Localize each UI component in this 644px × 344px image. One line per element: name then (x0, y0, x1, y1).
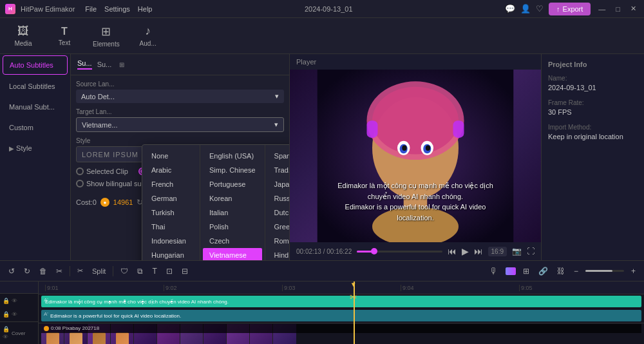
lang-arabic[interactable]: Arabic (142, 163, 200, 177)
unlink-icon[interactable]: ⛓ (555, 267, 567, 276)
dropdown-col-2: English (USA) Simp. Chinese Portuguese K… (200, 145, 265, 260)
lang-none[interactable]: None (142, 149, 200, 163)
toolbar-media[interactable]: 🖼 Media (10, 24, 36, 47)
dropdown-col-1: None Arabic French German Turkish Thai I… (142, 145, 200, 260)
lang-italian[interactable]: Italian (200, 205, 265, 220)
chat-icon[interactable]: 💬 (505, 4, 515, 14)
text-tl-icon[interactable]: T (150, 267, 158, 276)
zoom-out-icon[interactable]: − (572, 267, 580, 276)
panel-tab-1[interactable]: Su... (77, 59, 92, 70)
track-1-eye[interactable]: 👁 (12, 298, 17, 304)
lang-russian[interactable]: Russian (265, 191, 290, 205)
subtitle-overlay: Edimakor là một công cụ mạnh mẽ cho việc… (290, 180, 541, 223)
close-button[interactable]: ✕ (628, 5, 639, 13)
minimize-button[interactable]: — (596, 5, 608, 13)
user-icon[interactable]: 👤 (520, 4, 531, 14)
split-button[interactable]: Split (90, 267, 108, 275)
lang-greek[interactable]: Greek (265, 220, 290, 234)
sidebar-item-custom[interactable]: Custom (3, 119, 68, 137)
sidebar-item-manual-subt[interactable]: Manual Subt... (3, 98, 68, 116)
audio-fx-icon[interactable] (506, 267, 516, 275)
source-lang-field: Source Lan... Auto Det... ▾ (76, 81, 284, 103)
heart-icon[interactable]: ♡ (536, 4, 544, 14)
sidebar-item-style[interactable]: ▶ Style (3, 139, 68, 157)
track-1-lock[interactable]: 🔒 (3, 298, 10, 304)
track-2-lock[interactable]: 🔒 (3, 311, 10, 318)
lang-japanese[interactable]: Japanese (265, 177, 290, 191)
lang-french[interactable]: French (142, 177, 200, 191)
lang-english-usa[interactable]: English (USA) (200, 149, 265, 163)
timeline-ruler: 9:01 9:02 9:03 9:04 9:05 (39, 282, 644, 294)
language-dropdown: None Arabic French German Turkish Thai I… (142, 144, 290, 260)
lang-dutch[interactable]: Dutch (265, 205, 290, 220)
lang-thai[interactable]: Thai (142, 220, 200, 234)
prev-button[interactable]: ⏮ (448, 246, 457, 256)
toolbar-text[interactable]: T Text (52, 26, 77, 46)
titlebar: H HitPaw Edimakor File Settings Help 202… (0, 0, 644, 18)
next-button[interactable]: ⏭ (474, 246, 483, 256)
lang-portuguese[interactable]: Portuguese (200, 177, 265, 191)
track-2-eye[interactable]: 👁 (12, 311, 17, 318)
lang-czech[interactable]: Czech (200, 234, 265, 248)
layers-icon[interactable]: ⊟ (180, 267, 190, 276)
progress-bar[interactable] (357, 251, 442, 253)
subtitle-type-icon-2: A' (44, 311, 48, 317)
subtitle-clip-2[interactable]: Edimakor is a powerful tool for quick AI… (41, 310, 641, 321)
subtitle-clip-1[interactable]: Edimakor là một công cụ mạnh mẽ cho việc… (41, 296, 641, 307)
video-label-bar: 0:08 Pixabay 202718 (41, 324, 641, 333)
lang-turkish[interactable]: Turkish (142, 205, 200, 220)
lang-korean[interactable]: Korean (200, 191, 265, 205)
lang-trad-chinese[interactable]: Trad. Chinese (265, 163, 290, 177)
video-track[interactable]: 0:08 Pixabay 202718 (41, 324, 641, 345)
source-lang-label: Source Lan... (76, 81, 284, 88)
player-header: Player (290, 54, 541, 70)
lang-polish[interactable]: Polish (200, 220, 265, 234)
video-eye[interactable]: 👁 (3, 334, 10, 340)
ruler-mark-3: 9:03 (282, 285, 401, 291)
lang-spanish[interactable]: Spanish (265, 149, 290, 163)
camera-icon[interactable]: 📷 (512, 247, 522, 256)
link-icon[interactable]: 🔗 (536, 267, 550, 276)
copy-icon[interactable]: ⧉ (135, 267, 145, 276)
play-button[interactable]: ▶ (462, 246, 469, 256)
svg-point-11 (426, 146, 430, 151)
svg-rect-5 (453, 120, 464, 138)
redo-button[interactable]: ↻ (22, 267, 32, 276)
lang-hindi[interactable]: Hindi (265, 248, 290, 260)
menu-file[interactable]: File (85, 5, 97, 13)
ratio-button[interactable]: 16:9 (488, 247, 507, 256)
toolbar-elements[interactable]: ⊞ Elements (93, 24, 120, 48)
lang-indonesian[interactable]: Indonesian (142, 234, 200, 248)
video-lock[interactable]: 🔒 (3, 326, 10, 332)
media-icon: 🖼 (17, 24, 29, 38)
delete-button[interactable]: 🗑 (37, 267, 49, 276)
toolbar-audio[interactable]: ♪ Aud... (135, 24, 161, 47)
zoom-in-icon[interactable]: + (629, 267, 638, 276)
transition-icon[interactable]: ⊞ (521, 267, 531, 276)
lang-hungarian[interactable]: Hungarian (142, 248, 200, 260)
menu-help[interactable]: Help (138, 5, 153, 13)
lang-vietnamese[interactable]: Vietnamese (203, 248, 262, 260)
export-button[interactable]: ↑ Export (549, 3, 591, 15)
source-lang-value[interactable]: Auto Det... ▾ (76, 90, 284, 103)
target-lang-value[interactable]: Vietname... ▾ (76, 117, 284, 132)
panel-tab-2[interactable]: Su... (97, 61, 112, 68)
shield-icon[interactable]: 🛡 (118, 267, 130, 276)
detach-button[interactable]: ✂ (54, 267, 64, 276)
zoom-slider[interactable] (585, 270, 624, 272)
undo-button[interactable]: ↺ (6, 267, 17, 276)
maximize-button[interactable]: □ (613, 5, 623, 13)
lang-german[interactable]: German (142, 191, 200, 205)
sidebar-item-auto-subtitles[interactable]: Auto Subtitles (3, 55, 68, 75)
lang-simp-chinese[interactable]: Simp. Chinese (200, 163, 265, 177)
divider-1 (70, 266, 70, 276)
app-logo: H (5, 4, 15, 14)
radio-selected-clip[interactable]: Selected Clip (76, 167, 128, 175)
lang-romanian[interactable]: Romanian (265, 234, 290, 248)
mic-icon[interactable]: 🎙 (488, 266, 500, 276)
menu-settings[interactable]: Settings (104, 5, 130, 13)
sidebar-item-local-subtitles[interactable]: Local Subtitles (3, 77, 68, 95)
info-import-method: Import Method: Keep in original location (548, 124, 638, 140)
crop-icon[interactable]: ⊡ (164, 267, 175, 276)
fullscreen-icon[interactable]: ⛶ (527, 247, 535, 256)
